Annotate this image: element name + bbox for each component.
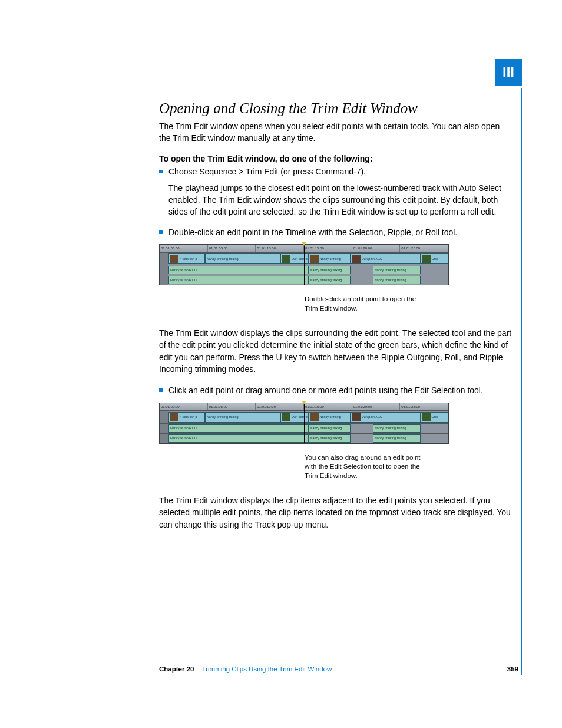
clip-label: n eats fish p [180, 256, 197, 262]
audio-clip: Nancy drinking talking [309, 434, 351, 443]
video-clip: n eats fish p [168, 412, 205, 423]
video-clip: Nancy drinking [309, 412, 351, 423]
video-clip: Don pain XCU [351, 253, 421, 264]
clip-label: Cred [432, 414, 439, 420]
video-clip: n eats fish p [168, 253, 205, 264]
page-content: Opening and Closing the Trim Edit Window… [159, 100, 513, 540]
video-clip: Cred [421, 412, 449, 423]
bullet-step-2: Double-click an edit point in the Timeli… [159, 226, 513, 238]
audio-clip: Nancy drinking talking [373, 266, 421, 274]
page-number: 359 [507, 666, 518, 673]
video-clip: Nancy drinking talking [205, 253, 280, 264]
clip-thumbnail [352, 255, 361, 263]
clip-label: Nancy drinking talking [207, 414, 239, 420]
ruler-tick: 01:01:25:00 [400, 403, 448, 410]
ruler-tick: 01:01:15:00 [304, 403, 352, 410]
caption-leader [305, 444, 305, 452]
audio-clip: Nancy at table CU [168, 434, 309, 443]
clip-label: Don pain XCU [362, 414, 382, 420]
clip-label: Don eats fish plate CU [292, 256, 309, 262]
part-tab: III [495, 59, 522, 86]
chapter-title: Trimming Clips Using the Trim Edit Windo… [202, 666, 332, 673]
clip-thumbnail [282, 255, 290, 263]
track-header [160, 253, 168, 265]
clip-thumbnail [310, 413, 319, 421]
chapter-label: Chapter 20 [159, 666, 194, 673]
clip-thumbnail [352, 413, 361, 421]
video-clip: Nancy drinking talking [205, 412, 280, 423]
ruler-tick: 01:01:05:00 [208, 245, 256, 252]
ruler-tick: 01:01:20:00 [352, 403, 401, 410]
intro-paragraph: The Trim Edit window opens when you sele… [159, 120, 513, 144]
clip-label: n eats fish p [180, 414, 197, 420]
video-clip: Don pain XCU [351, 412, 421, 423]
clip-thumbnail [310, 255, 319, 263]
clip-thumbnail [422, 413, 431, 421]
audio-clip: Nancy drinking talking [309, 266, 351, 274]
video-track: n eats fish pNancy drinking talkingDon e… [168, 253, 448, 265]
ruler-tick: 01:01:05:00 [208, 403, 256, 410]
audio-clip: Nancy at table CU [168, 266, 309, 274]
ruler-tick: 01:01:00:00 [160, 403, 208, 410]
track-header [160, 265, 168, 275]
playhead [304, 245, 305, 285]
audio-clip: Nancy drinking talking [373, 424, 421, 433]
audio-clip: Nancy at table CU [168, 276, 309, 284]
figure-1-caption: Double-click an edit point to open the T… [305, 295, 422, 313]
clip-label: Cred [432, 256, 439, 262]
track-header [160, 411, 168, 423]
video-track: n eats fish pNancy drinking talkingDon e… [168, 411, 448, 423]
bullet-step-1: Choose Sequence > Trim Edit (or press Co… [159, 166, 513, 177]
audio-clip: Nancy drinking talking [309, 424, 351, 433]
audio-clip: Nancy drinking talking [373, 276, 421, 284]
audio-clip: Nancy at table CU [168, 424, 309, 433]
clip-label: Nancy drinking [320, 414, 341, 420]
timeline-screenshot: 01:01:00:0001:01:05:0001:01:10:0001:01:1… [159, 403, 449, 444]
audio-track: Nancy at table CUNancy drinking talkingN… [168, 434, 448, 443]
explain-para-2: The Trim Edit window displays the clips … [159, 327, 513, 375]
clip-thumbnail [170, 255, 178, 263]
audio-track: Nancy at table CUNancy drinking talkingN… [168, 275, 448, 285]
audio-clip: Nancy drinking talking [373, 434, 421, 443]
figure-2-caption: You can also drag around an edit point w… [305, 453, 422, 481]
page-footer: Chapter 20 Trimming Clips Using the Trim… [159, 666, 518, 673]
caption-leader [305, 285, 305, 294]
clip-label: Don eats fish plate CU [292, 414, 309, 420]
task-subhead: To open the Trim Edit window, do one of … [159, 154, 513, 163]
audio-track: Nancy at table CUNancy drinking talkingN… [168, 265, 448, 275]
video-clip: Cred [421, 253, 449, 264]
clip-thumbnail [422, 255, 431, 263]
audio-track: Nancy at table CUNancy drinking talkingN… [168, 424, 448, 433]
clip-label: Don pain XCU [362, 256, 382, 262]
video-clip: Nancy drinking [309, 253, 351, 264]
track-header [160, 424, 168, 433]
track-header [160, 275, 168, 285]
ruler-tick: 01:01:10:00 [256, 403, 304, 410]
audio-clip: Nancy drinking talking [309, 276, 351, 284]
ruler-tick: 01:01:10:00 [256, 245, 304, 252]
playhead [304, 403, 305, 443]
explain-para-3: The Trim Edit window displays the clip i… [159, 495, 513, 531]
clip-label: Nancy drinking [320, 256, 341, 262]
side-rule [521, 88, 522, 675]
ruler-tick: 01:01:25:00 [400, 245, 448, 252]
ruler-tick: 01:01:20:00 [352, 245, 401, 252]
section-title: Opening and Closing the Trim Edit Window [159, 100, 513, 117]
track-header [160, 434, 168, 443]
explain-para-1: The playhead jumps to the closest edit p… [168, 182, 513, 218]
ruler-tick: 01:01:15:00 [304, 245, 352, 252]
clip-thumbnail [170, 413, 178, 421]
ruler-tick: 01:01:00:00 [160, 245, 208, 252]
timeline-screenshot: 01:01:00:0001:01:05:0001:01:10:0001:01:1… [159, 244, 449, 285]
figure-1: 01:01:00:0001:01:05:0001:01:10:0001:01:1… [159, 244, 513, 313]
bullet-step-3: Click an edit point or drag around one o… [159, 384, 513, 396]
clip-thumbnail [282, 413, 290, 421]
clip-label: Nancy drinking talking [207, 256, 239, 262]
figure-2: 01:01:00:0001:01:05:0001:01:10:0001:01:1… [159, 403, 513, 481]
